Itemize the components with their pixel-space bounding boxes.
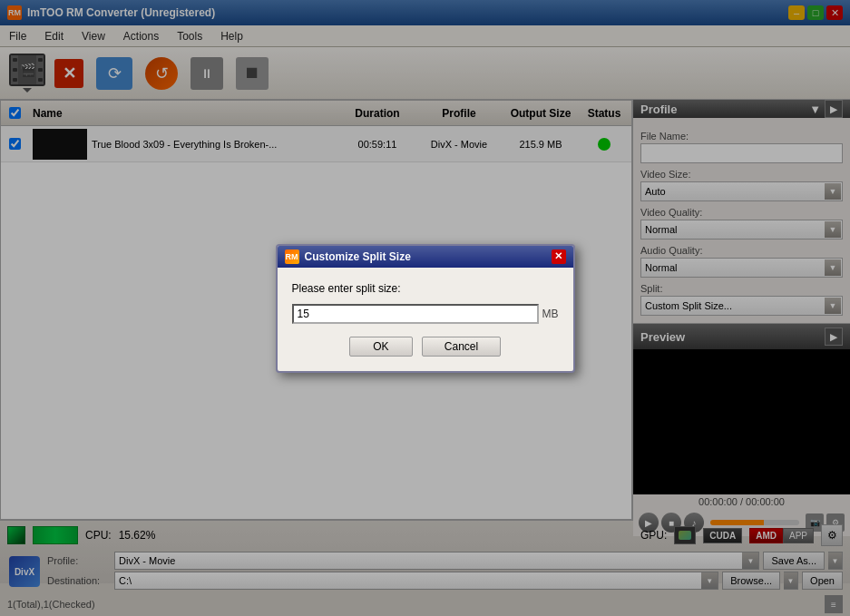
dialog-prompt: Please enter split size: <box>292 282 559 295</box>
dialog-title-bar: RM Customize Split Size ✕ <box>278 246 573 268</box>
dialog-body: Please enter split size: 15 MB OK Cancel <box>278 268 573 371</box>
dialog-title-text: Customize Split Size <box>305 250 411 263</box>
ok-button[interactable]: OK <box>349 337 413 357</box>
dialog-title-left: RM Customize Split Size <box>285 249 411 264</box>
dialog-input-row: 15 MB <box>292 304 559 324</box>
dialog-overlay: RM Customize Split Size ✕ Please enter s… <box>0 0 850 616</box>
cancel-button[interactable]: Cancel <box>422 337 501 357</box>
split-unit-label: MB <box>542 308 559 320</box>
dialog-icon: RM <box>285 249 299 264</box>
split-size-input[interactable]: 15 <box>292 304 539 324</box>
dialog-buttons: OK Cancel <box>292 337 559 357</box>
dialog-close-button[interactable]: ✕ <box>552 249 566 264</box>
customize-split-dialog: RM Customize Split Size ✕ Please enter s… <box>276 244 575 373</box>
